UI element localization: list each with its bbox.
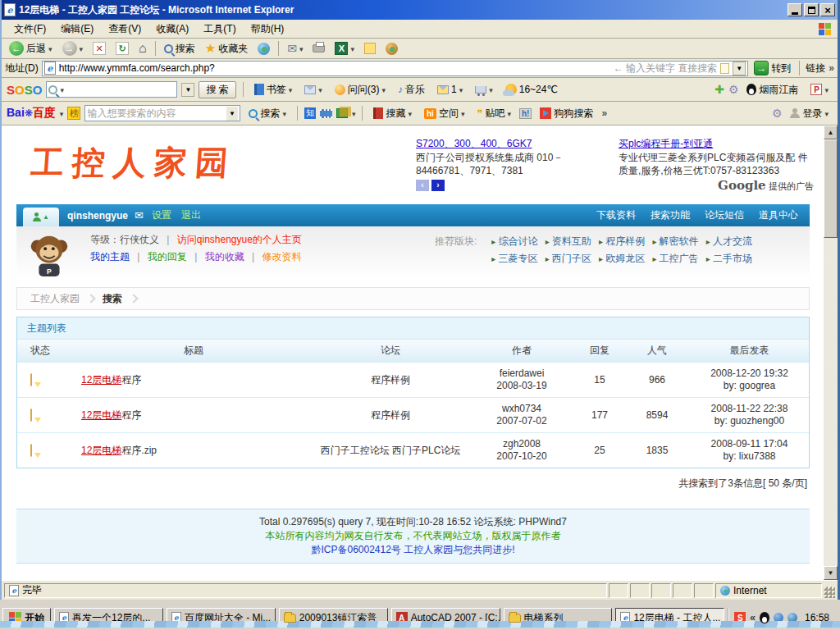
my-favorites-link[interactable]: 我的收藏 — [205, 251, 244, 262]
go-button[interactable]: → 转到 — [751, 60, 793, 76]
dropdown-icon[interactable] — [318, 84, 322, 95]
tray-icon[interactable] — [788, 613, 797, 623]
username[interactable]: qinshengyue — [67, 210, 128, 221]
hao123-icon[interactable]: h! — [519, 108, 532, 119]
forum-name[interactable]: 西门子工控论坛 西门子PLC论坛 — [313, 445, 468, 457]
settings-link[interactable]: 设置 — [152, 208, 171, 222]
ad-prev-button[interactable]: ‹ — [416, 180, 429, 191]
baidu-tieba-button[interactable]: ❞贴吧 — [472, 105, 515, 122]
maximize-button[interactable] — [804, 3, 819, 16]
menu-file[interactable]: 文件(F) — [7, 20, 53, 39]
dropdown-icon[interactable] — [289, 84, 293, 95]
history-button[interactable] — [253, 41, 274, 57]
sogou-tray-icon[interactable]: S — [734, 612, 746, 623]
forum-link[interactable]: 欧姆龙区 — [599, 253, 645, 264]
soso-bookmark-button[interactable]: 书签 — [250, 81, 297, 98]
soso-wenwen-button[interactable]: 问问(3) — [331, 81, 390, 98]
ad-link[interactable]: 买plc编程手册-到亚通 — [619, 137, 713, 150]
user-tab[interactable]: ▲ — [23, 208, 59, 226]
gear-icon[interactable]: ⚙ — [728, 83, 739, 96]
topic-link[interactable]: 12层电梯 — [81, 409, 121, 421]
menu-view[interactable]: 查看(V) — [101, 20, 148, 39]
author-link[interactable]: wxh0734 — [502, 403, 541, 414]
dropdown-icon[interactable] — [507, 107, 511, 119]
icp-link[interactable]: 黔ICP备06002412号 工控人家园与您共同进步! — [16, 543, 810, 557]
scroll-down-button[interactable]: ▼ — [824, 566, 838, 580]
soso-logo[interactable]: SOSO — [7, 83, 42, 97]
refresh-button[interactable]: ↻ — [112, 40, 133, 57]
dropdown-icon[interactable] — [48, 43, 52, 54]
print-button[interactable] — [308, 43, 329, 54]
baidu-shoucang-button[interactable]: 搜藏 — [369, 105, 416, 122]
forum-name[interactable]: 程序样例 — [313, 409, 468, 422]
forum-link[interactable]: 程序样例 — [599, 235, 645, 247]
last-poster-link[interactable]: by: lixu7388 — [723, 450, 775, 462]
messenger-button[interactable] — [381, 41, 402, 57]
links-more-icon[interactable]: » — [829, 62, 834, 74]
dropdown-icon[interactable] — [381, 84, 386, 95]
baidu-login-button[interactable]: 登录 — [786, 105, 833, 122]
scroll-up-button[interactable]: ▲ — [824, 126, 838, 139]
logout-link[interactable]: 退出 — [181, 208, 201, 222]
baidu-bang-icon[interactable]: 榜 — [67, 107, 80, 120]
baidu-logo[interactable]: Bai❋百度 — [7, 106, 56, 121]
resize-grip[interactable] — [824, 587, 835, 598]
search-button[interactable]: 搜索 — [160, 40, 199, 57]
dropdown-icon[interactable] — [350, 43, 354, 54]
last-poster-link[interactable]: by: googrea — [724, 380, 775, 391]
menu-edit[interactable]: 编辑(E) — [53, 20, 101, 39]
baidu-search-button[interactable]: 搜索 — [244, 105, 290, 122]
forum-link[interactable]: 资料互助 — [546, 235, 591, 247]
dropdown-icon[interactable] — [824, 84, 829, 95]
notes-button[interactable] — [360, 41, 380, 56]
ad-next-button[interactable]: › — [431, 180, 445, 191]
address-dropdown-button[interactable]: ▼ — [733, 62, 746, 75]
site-logo[interactable]: 工控人家园 — [30, 140, 238, 185]
favorites-button[interactable]: ★ 收藏夹 — [201, 39, 252, 57]
soso-search-input[interactable] — [46, 81, 177, 98]
add-icon[interactable]: ✚ — [714, 83, 724, 96]
soso-mail-button[interactable] — [300, 82, 326, 97]
address-input[interactable]: e http://www.ymmfa.com/search.php? ← 输入关… — [42, 61, 749, 76]
task-button[interactable]: 电梯系列 — [504, 608, 613, 628]
author-link[interactable]: zgh2008 — [503, 438, 541, 450]
qq-tray-icon[interactable] — [760, 612, 769, 623]
forum-link[interactable]: 二手市场 — [706, 253, 752, 264]
forum-link[interactable]: 人才交流 — [706, 235, 752, 247]
dropdown-icon[interactable] — [461, 107, 465, 119]
baidu-input-dropdown[interactable]: ▼ — [226, 107, 239, 121]
cards-icon[interactable] — [336, 108, 348, 118]
search-func-link[interactable]: 搜索功能 — [651, 208, 690, 222]
topic-link[interactable]: 12层电梯 — [81, 445, 121, 456]
task-button-active[interactable]: e12层电梯 - 工控人... — [615, 608, 724, 628]
task-button[interactable]: e再发一个12层的... — [54, 608, 163, 628]
forum-msg-link[interactable]: 论坛短信 — [705, 208, 744, 222]
links-label[interactable]: 链接 — [806, 62, 825, 75]
menu-favorites[interactable]: 收藏(A) — [148, 20, 196, 39]
soso-qq-account[interactable]: 烟雨江南 — [742, 81, 802, 98]
soso-cart-button[interactable] — [471, 82, 497, 97]
download-link[interactable]: 下载资料 — [596, 208, 636, 222]
author-link[interactable]: feierdawei — [500, 368, 545, 379]
props-center-link[interactable]: 道具中心 — [759, 208, 798, 222]
ad-link[interactable]: S7200、300、400、6GK7 — [416, 137, 532, 150]
forum-link[interactable]: 综合讨论 — [491, 235, 537, 247]
start-button[interactable]: 开始 — [2, 608, 51, 628]
baidu-space-button[interactable]: hi空间 — [420, 105, 468, 122]
forum-link[interactable]: 工控广告 — [652, 253, 698, 264]
forum-link[interactable]: 西门子区 — [546, 253, 591, 264]
my-replies-link[interactable]: 我的回复 — [148, 251, 187, 262]
dropdown-icon[interactable] — [459, 84, 463, 95]
forum-link[interactable]: 三菱专区 — [491, 253, 537, 264]
scrollbar-thumb[interactable] — [824, 139, 838, 238]
soso-weather-button[interactable]: 16~24℃ — [501, 82, 562, 97]
dropdown-icon[interactable] — [60, 107, 64, 119]
edit-excel-button[interactable]: X — [331, 40, 358, 57]
my-topics-link[interactable]: 我的主题 — [90, 251, 130, 262]
dropdown-icon[interactable] — [299, 43, 304, 54]
baidu-gougou-button[interactable]: 狗狗搜索 — [536, 105, 597, 122]
gear-icon[interactable]: ⚙ — [772, 107, 783, 120]
video-icon[interactable] — [320, 109, 332, 118]
menu-tools[interactable]: 工具(T) — [196, 20, 243, 39]
baidu-search-input[interactable] — [87, 107, 226, 119]
